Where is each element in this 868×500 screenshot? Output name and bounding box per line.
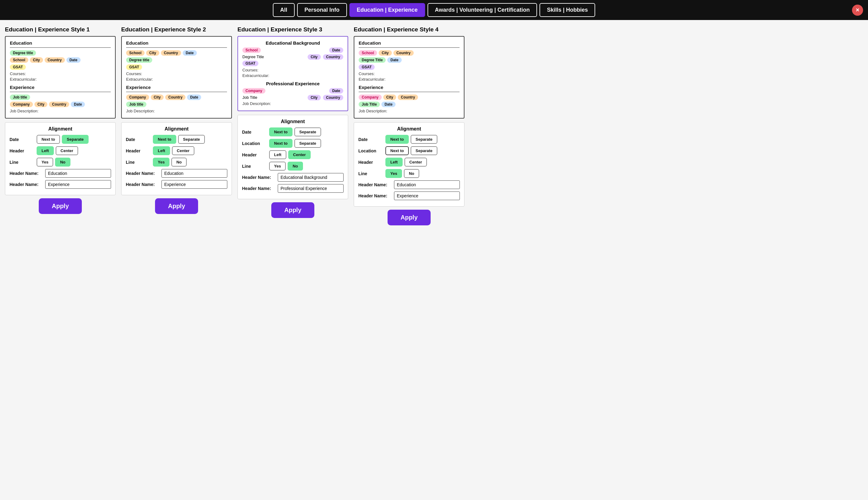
apply-button-1[interactable]: Apply [39,198,82,214]
header-left-1[interactable]: Left [37,146,54,155]
header-name-label-1a: Header Name: [10,171,43,176]
s2-tag-job-title: Job title [126,102,146,107]
line-no-2[interactable]: No [171,158,186,167]
s3-tag-city: City [308,54,321,60]
header-name-label-3a: Header Name: [242,175,276,180]
header-name-input-exp-1[interactable] [45,180,111,189]
s2-tag-degree: Degree title [126,57,152,63]
style-2-edu-header: Education [126,40,227,46]
tag-degree-title: Degree title [10,50,36,56]
date-next-to-2[interactable]: Next to [153,135,176,144]
close-button[interactable]: × [852,4,863,16]
s3-tag-gsat: GSAT [242,61,258,66]
style-1-exp-header: Experience [10,85,111,90]
header-label-1: Header [10,148,34,153]
s2-field-courses: Courses: [126,71,227,76]
style-1-alignment: Alignment Date Next to Separate Header L… [5,122,116,195]
s4-field-extra: Extracurricular: [359,77,459,82]
s3-tag-country-exp: Country [323,95,343,100]
date-next-to-3[interactable]: Next to [269,127,293,136]
tag-city-exp: City [34,102,48,107]
style-4-title: Education | Experience Style 4 [354,26,465,33]
tag-gsat: GSAT [10,64,26,70]
header-label-3: Header [242,152,267,157]
apply-button-3[interactable]: Apply [271,202,314,218]
header-center-3[interactable]: Center [288,150,310,159]
s4-tag-date: Date [387,57,401,63]
s2-tag-city: City [146,50,159,56]
header-name-input-edu-3[interactable] [278,173,343,182]
nav-all[interactable]: All [273,3,295,17]
header-name-label-4a: Header Name: [358,182,392,187]
header-name-input-edu-1[interactable] [45,169,111,178]
header-left-3[interactable]: Left [269,150,286,159]
line-yes-4[interactable]: Yes [385,169,402,178]
nav-personal-info[interactable]: Personal Info [297,3,347,17]
style-4-column: Education | Experience Style 4 Education… [354,26,465,225]
nav-skills[interactable]: Skills | Hobbies [540,3,595,17]
date-next-to-4[interactable]: Next to [385,135,409,144]
location-separate-4[interactable]: Separate [411,146,437,155]
s3-tag-date: Date [329,47,343,53]
field-job-desc: Job Description: [10,109,111,113]
s4-tag-degree: Degree Title [359,57,386,63]
apply-button-4[interactable]: Apply [388,210,431,225]
header-label-2: Header [126,148,150,153]
date-next-to-1[interactable]: Next to [37,135,60,144]
line-yes-1[interactable]: Yes [37,158,53,167]
line-label-3: Line [242,164,267,169]
tag-city: City [30,57,43,63]
header-name-input-exp-3[interactable] [278,184,343,193]
line-yes-2[interactable]: Yes [153,158,169,167]
field-courses: Courses: [10,71,111,76]
header-name-label-4b: Header Name: [358,193,392,198]
s4-tag-job-title: Job Title [359,102,380,107]
line-no-3[interactable]: No [288,162,303,171]
s3-tag-school: School [242,47,261,53]
s2-tag-city-exp: City [151,94,164,100]
header-name-label-2a: Header Name: [126,171,160,176]
s2-tag-date: Date [183,50,197,56]
style-1-preview: Education Degree title School City Count… [5,36,116,118]
s3-degree-title: Degree Title [242,55,264,59]
s2-field-extra: Extracurricular: [126,77,227,82]
s3-tag-country: Country [323,54,343,60]
style-2-exp-header: Experience [126,85,227,90]
header-center-1[interactable]: Center [56,146,78,155]
header-label-4: Header [358,160,383,165]
line-yes-3[interactable]: Yes [269,162,286,171]
style-1-title: Education | Experience Style 1 [5,26,116,33]
header-name-input-edu-2[interactable] [162,169,227,178]
line-no-1[interactable]: No [55,158,70,167]
style-3-column: Education | Experience Style 3 Education… [237,26,348,225]
date-separate-1[interactable]: Separate [62,135,89,144]
top-navigation: All Personal Info Education | Experience… [0,0,868,20]
header-center-2[interactable]: Center [172,146,195,155]
line-no-4[interactable]: No [404,169,419,178]
header-left-4[interactable]: Left [385,158,403,167]
date-label-3: Date [242,129,267,135]
style-3-edu-header: Educational Background [242,40,343,46]
location-separate-3[interactable]: Separate [294,139,321,148]
s2-tag-school: School [126,50,144,56]
date-separate-3[interactable]: Separate [294,127,321,136]
header-name-input-edu-4[interactable] [394,180,460,189]
header-left-2[interactable]: Left [153,146,170,155]
location-next-to-3[interactable]: Next to [269,139,293,148]
nav-awards[interactable]: Awards | Volunteering | Certification [427,3,537,17]
s2-tag-date-exp: Date [187,94,201,100]
location-next-to-4[interactable]: Next to [385,146,409,155]
header-name-input-exp-2[interactable] [162,180,227,189]
line-label-2: Line [126,160,150,165]
s4-tag-school: School [359,50,377,56]
header-center-4[interactable]: Center [404,158,427,167]
s3-tag-company: Company [242,88,266,94]
date-label-4: Date [358,137,383,142]
header-name-input-exp-4[interactable] [394,192,460,200]
tag-date-exp: Date [71,102,85,107]
date-separate-2[interactable]: Separate [178,135,205,144]
nav-education-experience[interactable]: Education | Experience [349,3,425,17]
date-separate-4[interactable]: Separate [411,135,437,144]
tag-country: Country [45,57,65,63]
apply-button-2[interactable]: Apply [155,198,198,214]
